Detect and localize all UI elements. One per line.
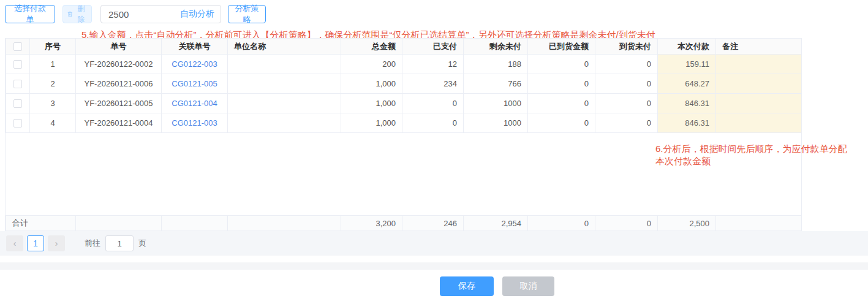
table-row: 4 YF-20260121-0004 CG0121-003 1,000 0 10… [6, 113, 802, 133]
save-button[interactable]: 保存 [440, 276, 494, 296]
table-row: 1 YF-20260122-0002 CG0122-003 200 12 188… [6, 55, 802, 74]
cell-arrived: 0 [528, 113, 595, 133]
col-header-seq: 序号 [30, 39, 76, 55]
cell-arrived: 0 [528, 94, 595, 113]
cell-doc-no: YF-20260121-0004 [76, 113, 162, 133]
cell-remark[interactable] [716, 94, 802, 113]
cell-current-payment[interactable]: 648.27 [658, 74, 716, 94]
toolbar: 选择付款单 删除 自动分析 分析策略 [5, 5, 266, 23]
col-header-doc-no: 单号 [76, 39, 162, 55]
cell-paid: 0 [402, 113, 464, 133]
cell-unit-name [228, 94, 341, 113]
col-header-remaining: 剩余未付 [464, 39, 528, 55]
cell-arrived: 0 [528, 55, 595, 74]
pagination-bar: ‹ 1 › 前往 页 [0, 231, 868, 256]
strategy-button[interactable]: 分析策略 [228, 5, 266, 23]
amount-input[interactable] [101, 9, 175, 20]
cell-remaining: 1000 [464, 113, 528, 133]
row-checkbox[interactable] [13, 80, 22, 88]
cell-arrival-unpaid: 0 [595, 55, 658, 74]
cell-doc-no: YF-20260121-0006 [76, 74, 162, 94]
annotation-step6-line2: 本次付款金额 [655, 155, 867, 167]
page-jump-input[interactable] [105, 235, 134, 251]
summary-remaining: 2,954 [464, 216, 528, 231]
cell-current-payment[interactable]: 846.31 [658, 113, 716, 133]
cell-remaining: 1000 [464, 94, 528, 113]
cell-arrival-unpaid: 0 [595, 113, 658, 133]
payment-table: 序号 单号 关联单号 单位名称 总金额 已支付 剩余未付 已到货金额 到货未付 … [5, 38, 802, 231]
col-header-remark: 备注 [716, 39, 802, 55]
summary-remark [716, 216, 802, 231]
summary-row: 合计 3,200 246 2,954 0 0 2,500 [6, 215, 802, 231]
col-header-paid: 已支付 [402, 39, 464, 55]
cell-total: 1,000 [341, 113, 402, 133]
cell-remark[interactable] [716, 74, 802, 94]
related-doc-link[interactable]: CG0121-004 [172, 99, 217, 108]
table-header-row: 序号 单号 关联单号 单位名称 总金额 已支付 剩余未付 已到货金额 到货未付 … [6, 39, 802, 55]
related-doc-link[interactable]: CG0121-005 [172, 79, 217, 88]
cell-current-payment[interactable]: 159.11 [658, 55, 716, 74]
cell-seq: 2 [30, 74, 76, 94]
cell-remaining: 188 [464, 55, 528, 74]
prev-page-button[interactable]: ‹ [6, 235, 23, 251]
cell-paid: 12 [402, 55, 464, 74]
cell-remark[interactable] [716, 55, 802, 74]
goto-label: 前往 [85, 238, 100, 249]
cell-total: 200 [341, 55, 402, 74]
cell-doc-no: YF-20260122-0002 [76, 55, 162, 74]
col-header-related-no: 关联单号 [162, 39, 228, 55]
col-header-unit-name: 单位名称 [228, 39, 341, 55]
cell-paid: 234 [402, 74, 464, 94]
amount-input-group: 自动分析 [100, 5, 221, 23]
row-checkbox[interactable] [13, 99, 22, 108]
cell-unit-name [228, 74, 341, 94]
cell-remaining: 766 [464, 74, 528, 94]
related-doc-link[interactable]: CG0122-003 [172, 59, 217, 69]
summary-arrival-unpaid: 0 [595, 216, 658, 231]
summary-arrived: 0 [528, 216, 595, 231]
page-number-button[interactable]: 1 [27, 235, 44, 251]
col-header-arrival-unpaid: 到货未付 [595, 39, 658, 55]
cell-seq: 4 [30, 113, 76, 133]
row-checkbox[interactable] [13, 119, 22, 128]
page-unit-label: 页 [138, 238, 146, 249]
auto-analyze-link[interactable]: 自动分析 [180, 9, 214, 20]
related-doc-link[interactable]: CG0121-003 [172, 118, 217, 128]
divider-strip [0, 262, 868, 270]
table-row: 2 YF-20260121-0006 CG0121-005 1,000 234 … [6, 74, 802, 94]
cell-seq: 3 [30, 94, 76, 113]
cell-total: 1,000 [341, 94, 402, 113]
col-header-arrived: 已到货金额 [528, 39, 595, 55]
cell-seq: 1 [30, 55, 76, 74]
cell-remark[interactable] [716, 113, 802, 133]
summary-current-payment: 2,500 [658, 216, 716, 231]
delete-button-label: 删除 [75, 4, 88, 25]
summary-paid: 246 [402, 216, 464, 231]
cell-unit-name [228, 55, 341, 74]
delete-button[interactable]: 删除 [62, 5, 92, 23]
cell-arrival-unpaid: 0 [595, 74, 658, 94]
cell-arrived: 0 [528, 74, 595, 94]
cancel-button[interactable]: 取消 [502, 276, 554, 296]
annotation-step6: 6.分析后，根据时间先后顺序，为应付款单分配 本次付款金额 [655, 143, 867, 167]
select-all-checkbox[interactable] [13, 42, 22, 51]
summary-total: 3,200 [341, 216, 402, 231]
table-row: 3 YF-20260121-0005 CG0121-004 1,000 0 10… [6, 94, 802, 113]
trash-icon [67, 10, 74, 18]
summary-label: 合计 [6, 216, 76, 231]
cell-paid: 0 [402, 94, 464, 113]
col-header-current-payment: 本次付款 [658, 39, 716, 55]
col-header-total: 总金额 [341, 39, 402, 55]
payment-analysis-screen: 选择付款单 删除 自动分析 分析策略 5.输入金额，点击“自动分析”，分析前可进… [0, 0, 868, 301]
annotation-step6-line1: 6.分析后，根据时间先后顺序，为应付款单分配 [655, 143, 867, 155]
cell-unit-name [228, 113, 341, 133]
cell-arrival-unpaid: 0 [595, 94, 658, 113]
row-checkbox[interactable] [13, 60, 22, 69]
select-payment-button[interactable]: 选择付款单 [5, 5, 55, 23]
next-page-button[interactable]: › [48, 235, 65, 251]
cell-doc-no: YF-20260121-0005 [76, 94, 162, 113]
cell-current-payment[interactable]: 846.31 [658, 94, 716, 113]
cell-total: 1,000 [341, 74, 402, 94]
